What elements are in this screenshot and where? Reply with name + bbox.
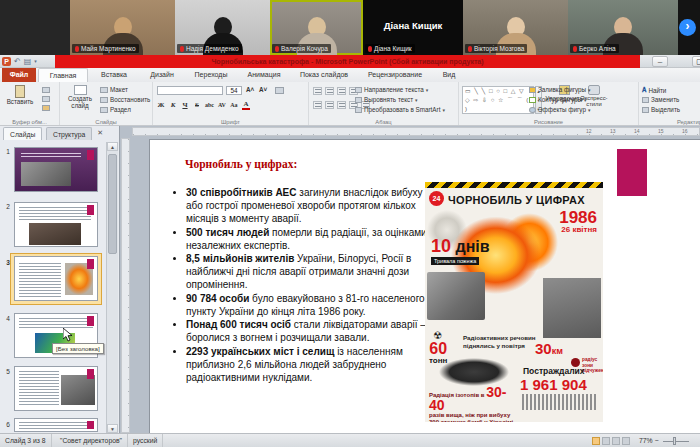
hazard-stripe [425, 182, 603, 188]
slide-title[interactable]: Чорнобиль у цифрах: [185, 158, 297, 170]
participant-name: Вікторія Мозгова [474, 45, 524, 52]
replace-button[interactable]: Заменить [642, 96, 679, 103]
slide-sorter-view-button[interactable] [602, 437, 610, 445]
tab-design[interactable]: Дизайн [140, 68, 184, 82]
tab-transitions[interactable]: Переходы [186, 68, 236, 82]
tab-view[interactable]: Вид [434, 68, 464, 82]
tab-home[interactable]: Главная [38, 68, 88, 82]
participant-name-tag: Валерія Кочура [272, 44, 331, 53]
save-icon[interactable]: ▤ [24, 57, 32, 66]
strikethrough-button[interactable]: S [193, 101, 201, 109]
normal-view-button[interactable] [592, 437, 600, 445]
screen: Майя Мартиненко Надія Демиденко Валерія … [0, 0, 700, 447]
participant-tile-6[interactable]: Берко Аліна [568, 0, 678, 55]
underline-button[interactable]: Ч [181, 101, 189, 109]
align-center-button[interactable] [325, 101, 334, 109]
tab-insert[interactable]: Вставка [90, 68, 138, 82]
panel-close-icon[interactable]: ✕ [97, 129, 103, 137]
align-left-button[interactable] [313, 101, 322, 109]
font-color-button[interactable]: А [242, 100, 250, 110]
slideshow-view-button[interactable] [622, 437, 630, 445]
chernobyl-infographic-image[interactable]: 24 ЧОРНОБИЛЬ У ЦИФРАХ 1986 26 квітня 10 … [425, 182, 603, 422]
decrease-indent-button[interactable] [337, 87, 346, 95]
new-slide-button[interactable]: Создать слайд [63, 85, 97, 109]
minimize-button[interactable]: – [652, 56, 668, 67]
participant-name: Майя Мартиненко [81, 45, 136, 52]
section-button[interactable]: Раздел [100, 106, 131, 113]
tab-slideshow[interactable]: Показ слайдов [292, 68, 356, 82]
grow-font-button[interactable]: A˄ [246, 86, 254, 93]
participant-tile-empty[interactable] [0, 0, 70, 55]
tab-file[interactable]: Файл [2, 68, 36, 82]
slide-accent-chip [87, 150, 94, 160]
italic-button[interactable]: К [169, 101, 177, 109]
panel-tab-outline[interactable]: Структура [46, 127, 92, 140]
align-text-button[interactable]: Выровнять текст▾ [355, 96, 418, 103]
select-button[interactable]: Выделить [642, 106, 680, 113]
shapes-gallery[interactable]: ▭ ╲ ╲ □ ○ □ △ ▽ ◇ ⇨ ⇩ ○ ☆ ⌒ ⌒ ( ) [462, 86, 534, 114]
find-button[interactable]: 𝐀Найти [642, 86, 666, 94]
bullets-button[interactable] [313, 87, 322, 95]
text-direction-button[interactable]: Направление текста▾ [355, 86, 428, 93]
bold-button[interactable]: Ж [157, 101, 165, 109]
shape-effects-button[interactable]: Эффекты фигур▾ [529, 106, 590, 113]
panel-tab-slides[interactable]: Слайды [3, 127, 42, 140]
change-case-button[interactable]: Аа [230, 102, 238, 108]
reading-view-button[interactable] [612, 437, 620, 445]
bw-photo-right [543, 278, 601, 338]
panel-scrollbar[interactable]: ▲ ▼ [106, 142, 118, 433]
bullet-item: Понад 600 тисяч осіб стали ліквідаторами… [186, 318, 434, 344]
align-right-button[interactable] [337, 101, 346, 109]
slide-thumbnail-6[interactable] [14, 418, 98, 432]
character-spacing-button[interactable]: AV [218, 102, 226, 108]
font-name-input[interactable] [157, 86, 223, 95]
clipboard-group: Вставить Буфер обм... [0, 82, 60, 125]
participant-tile-2[interactable]: Надія Демиденко [175, 0, 270, 55]
shape-outline-button[interactable]: Контур фигуры▾ [529, 96, 587, 103]
slide-thumbnail-3-selected[interactable] [14, 256, 98, 301]
format-painter-icon[interactable] [42, 105, 50, 111]
meeting-video-strip: Майя Мартиненко Надія Демиденко Валерія … [0, 0, 700, 55]
panel-scrollbar-thumb[interactable] [108, 154, 117, 254]
undo-icon[interactable]: ↶ [14, 57, 21, 66]
zoom-slider-track[interactable] [663, 441, 689, 442]
scroll-up-icon[interactable]: ▲ [107, 142, 118, 151]
slide-thumbnail-2[interactable] [14, 202, 98, 247]
debris-photo [439, 358, 509, 386]
cut-icon[interactable] [42, 87, 50, 93]
language-indicator[interactable]: русский [128, 434, 163, 447]
participant-tile-5[interactable]: Вікторія Мозгова [463, 0, 568, 55]
maximize-button[interactable]: ▢ [692, 56, 700, 67]
slide-thumbnail-1[interactable] [14, 147, 98, 192]
bullet-item: 90 784 особи було евакуйовано з 81-го на… [186, 292, 434, 318]
muted-mic-icon [368, 46, 372, 52]
shape-fill-button[interactable]: Заливка фигуры▾ [529, 86, 591, 93]
text-shadow-button[interactable]: abc [205, 102, 214, 108]
participant-tile-4-no-video[interactable]: Діана Кищик Діана Кищик [363, 0, 463, 55]
participant-tile-3-active-speaker[interactable]: Валерія Кочура [270, 0, 363, 55]
copy-icon[interactable] [42, 96, 50, 102]
shrink-font-button[interactable]: A˅ [259, 86, 267, 93]
clear-formatting-icon[interactable] [275, 87, 284, 94]
theme-name[interactable]: "Совет директоров" [55, 434, 128, 447]
slide-thumbnail-5[interactable] [14, 366, 98, 411]
convert-smartart-button[interactable]: Преобразовать в SmartArt▾ [355, 106, 445, 113]
status-bar: Слайд 3 из 8 "Совет директоров" русский … [0, 433, 700, 447]
slide-bullet-list[interactable]: 30 співробітників АЕС загинули внаслідок… [172, 186, 434, 384]
zoom-out-button[interactable]: − [655, 434, 659, 447]
zoom-slider-thumb[interactable] [673, 437, 676, 445]
font-size-input[interactable]: 54 [226, 86, 242, 95]
numbering-button[interactable] [325, 87, 334, 95]
layout-button[interactable]: Макет [100, 86, 128, 93]
participant-tile-1[interactable]: Майя Мартиненко [70, 0, 175, 55]
slide-canvas[interactable]: Чорнобиль у цифрах: 30 співробітників АЕ… [150, 140, 700, 433]
paste-button[interactable]: Вставить [4, 85, 36, 105]
mouse-cursor [63, 328, 73, 342]
tab-animations[interactable]: Анимация [238, 68, 290, 82]
new-slide-icon [74, 85, 87, 95]
scroll-down-icon[interactable]: ▼ [107, 424, 118, 433]
next-participants-page-button[interactable]: › [679, 19, 696, 36]
reset-button[interactable]: Восстановить [100, 96, 150, 103]
tab-review[interactable]: Рецензирование [358, 68, 432, 82]
qat-dropdown-icon[interactable]: ▾ [34, 57, 37, 66]
